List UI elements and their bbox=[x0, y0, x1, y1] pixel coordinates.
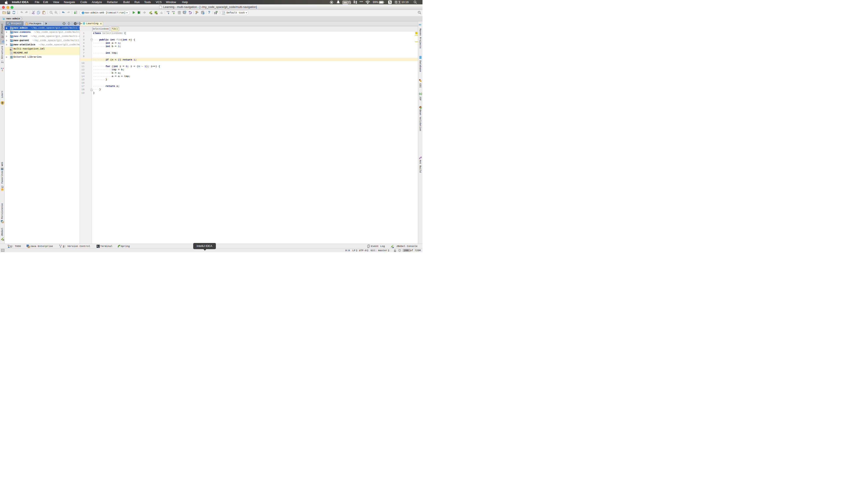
svg-text:?: ? bbox=[223, 12, 224, 14]
svg-text:01: 01 bbox=[76, 13, 77, 14]
svg-text:VCS: VCS bbox=[172, 11, 175, 12]
svg-text:VCS: VCS bbox=[166, 11, 170, 12]
svg-text:JSF: JSF bbox=[420, 93, 422, 94]
svg-text:JR: JR bbox=[2, 239, 4, 241]
svg-text:EE: EE bbox=[28, 246, 30, 248]
svg-text:JR: JR bbox=[156, 13, 158, 14]
svg-text:JR: JR bbox=[392, 247, 394, 248]
svg-text:JR: JR bbox=[151, 13, 152, 14]
svg-text:A: A bbox=[55, 11, 56, 13]
